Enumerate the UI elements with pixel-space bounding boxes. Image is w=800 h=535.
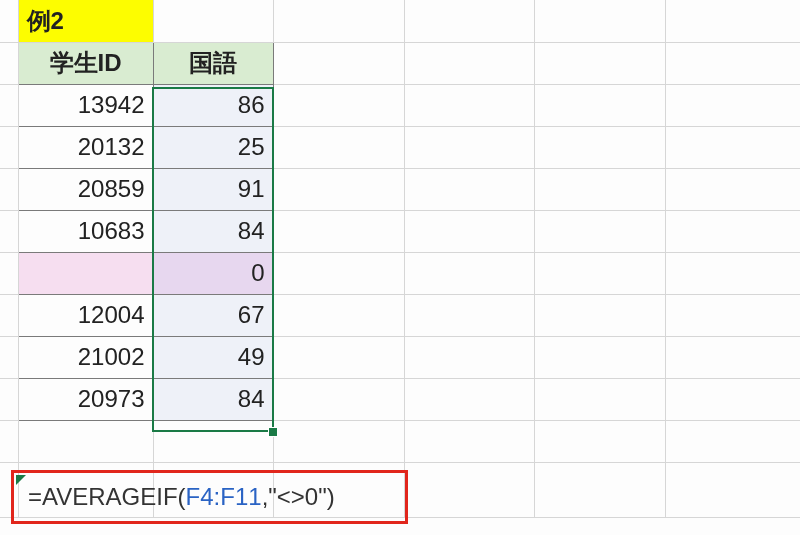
cell-score[interactable]: 67 [153,294,273,336]
col-header-id[interactable]: 学生ID [18,42,153,84]
cell-score[interactable]: 25 [153,126,273,168]
section-title[interactable]: 例2 [18,0,153,42]
cell-score[interactable]: 84 [153,210,273,252]
cell-id[interactable]: 20132 [18,126,153,168]
formula-open: ( [178,483,186,510]
cell-id[interactable]: 20973 [18,378,153,420]
cell-score[interactable]: 91 [153,168,273,210]
formula-rest: ,"<>0") [262,483,335,510]
cell-id[interactable]: 20859 [18,168,153,210]
cell-score[interactable]: 84 [153,378,273,420]
spreadsheet-grid[interactable]: 例2 学生ID 国語 13942 86 20132 25 20859 91 10… [0,0,800,518]
cell-score[interactable]: 49 [153,336,273,378]
cell-score[interactable]: 86 [153,84,273,126]
cell-id[interactable]: 13942 [18,84,153,126]
formula-range-ref: F4:F11 [186,483,262,510]
cell-id[interactable]: 21002 [18,336,153,378]
cell-score-zero[interactable]: 0 [153,252,273,294]
col-header-score[interactable]: 国語 [153,42,273,84]
cell-id-blank[interactable] [18,252,153,294]
cell-id[interactable]: 10683 [18,210,153,252]
edit-indicator-icon [16,475,26,485]
formula-fn: AVERAGEIF [42,483,178,510]
formula-highlight-box[interactable]: =AVERAGEIF(F4:F11,"<>0") [11,470,408,524]
cell-id[interactable]: 12004 [18,294,153,336]
formula-eq: = [28,483,42,510]
